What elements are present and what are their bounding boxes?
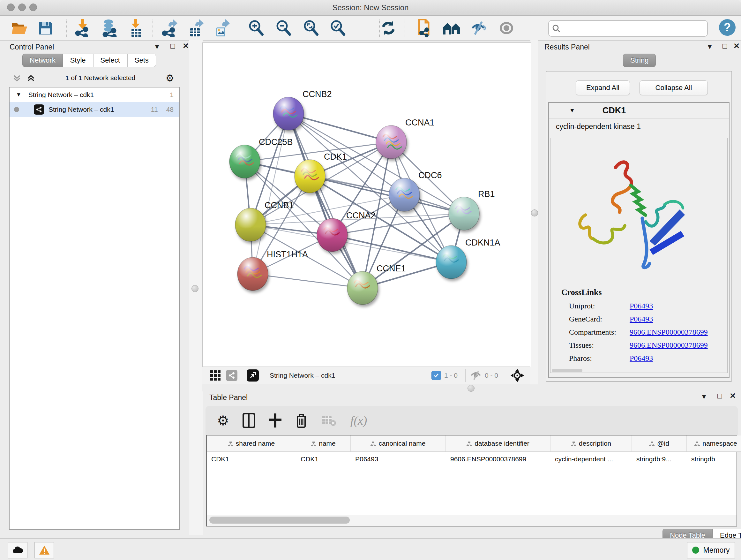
selected-checkbox-icon[interactable] bbox=[431, 371, 441, 380]
crosslink-row: Pharos:P06493 bbox=[569, 354, 727, 363]
grid-view-icon[interactable] bbox=[210, 370, 221, 381]
column-header-database-identifier[interactable]: database identifier bbox=[446, 435, 550, 452]
network-options-gear-icon[interactable]: ⚙ bbox=[165, 72, 174, 84]
tab-string[interactable]: String bbox=[623, 54, 656, 67]
import-network-from-database-icon[interactable] bbox=[99, 18, 119, 38]
crosslink-link[interactable]: P06493 bbox=[630, 302, 653, 310]
tab-sets[interactable]: Sets bbox=[127, 54, 156, 67]
export-table-icon[interactable] bbox=[186, 18, 206, 38]
import-table-icon[interactable] bbox=[126, 18, 146, 38]
table-cell[interactable]: stringdb bbox=[687, 452, 741, 466]
import-network-icon[interactable] bbox=[73, 18, 92, 38]
zoom-out-icon[interactable] bbox=[274, 18, 293, 38]
cloud-status-button[interactable] bbox=[8, 542, 27, 558]
network-node-CCNE1[interactable]: CCNE1 bbox=[347, 264, 406, 305]
network-edge[interactable] bbox=[253, 274, 362, 288]
search-input[interactable] bbox=[563, 22, 707, 35]
network-canvas[interactable]: CCNB2CCNA1CDC25BCDK1CDC6RB1CCNB1CCNA2CDK… bbox=[203, 43, 531, 367]
column-header-description[interactable]: description bbox=[550, 435, 632, 452]
table-body[interactable]: CDK1CDK1P064939606.ENSP00000378699cyclin… bbox=[207, 452, 741, 466]
table-scrollbar-thumb[interactable] bbox=[209, 516, 350, 523]
new-network-from-file-icon[interactable] bbox=[414, 18, 433, 38]
network-icon-toggle[interactable] bbox=[226, 370, 238, 381]
crosslink-link[interactable]: P06493 bbox=[630, 354, 653, 363]
control-panel-menu-icon[interactable]: ▾ bbox=[155, 42, 159, 51]
table-horizontal-scrollbar[interactable] bbox=[206, 515, 737, 526]
table-toolbar: ⚙ f(x) bbox=[205, 406, 738, 435]
warning-status-button[interactable] bbox=[35, 542, 54, 558]
column-header-@id[interactable]: @id bbox=[632, 435, 687, 452]
results-panel-close-icon[interactable]: ✕ bbox=[733, 42, 740, 51]
network-node-CCNB2[interactable]: CCNB2 bbox=[273, 89, 332, 130]
crosslink-link[interactable]: P06493 bbox=[630, 315, 653, 323]
table-cell[interactable]: P06493 bbox=[351, 452, 446, 466]
collapse-all-button[interactable]: Collapse All bbox=[639, 80, 708, 95]
results-panel-menu-icon[interactable]: ▾ bbox=[708, 42, 712, 51]
collection-collapse-icon[interactable]: ▼ bbox=[16, 91, 21, 98]
tab-style[interactable]: Style bbox=[63, 54, 93, 67]
column-header-name[interactable]: name bbox=[296, 435, 351, 452]
network-collection-row[interactable]: ▼ String Network – cdk1 1 bbox=[10, 87, 179, 102]
help-icon[interactable]: ? bbox=[718, 17, 737, 37]
table-cell[interactable]: cyclin-dependent ... bbox=[550, 452, 632, 466]
network-node-CDC6[interactable]: CDC6 bbox=[389, 171, 442, 211]
tab-network[interactable]: Network bbox=[22, 54, 63, 67]
memory-button[interactable]: Memory bbox=[687, 542, 735, 558]
birds-eye-view-icon[interactable] bbox=[247, 369, 259, 381]
expand-all-networks-icon[interactable] bbox=[13, 74, 21, 82]
right-splitter-handle[interactable] bbox=[531, 209, 538, 216]
delete-column-icon[interactable] bbox=[295, 413, 308, 428]
save-session-icon[interactable] bbox=[36, 18, 56, 38]
export-network-icon[interactable] bbox=[159, 18, 179, 38]
control-panel-float-icon[interactable]: □ bbox=[171, 42, 175, 51]
string-network-icon bbox=[34, 105, 44, 115]
crosslink-link[interactable]: 9606.ENSP00000378699 bbox=[630, 341, 708, 350]
network-node-RB1[interactable]: RB1 bbox=[449, 189, 495, 230]
memory-status-dot bbox=[692, 547, 699, 554]
open-session-icon[interactable] bbox=[10, 18, 29, 38]
table-panel-close-icon[interactable]: ✕ bbox=[730, 391, 736, 400]
table-cell[interactable]: stringdb:9... bbox=[632, 452, 687, 466]
control-panel-close-icon[interactable]: ✕ bbox=[183, 42, 189, 51]
search-field[interactable] bbox=[548, 20, 708, 37]
left-splitter-handle[interactable] bbox=[192, 285, 199, 292]
gene-card-collapse-icon[interactable]: ▼ bbox=[569, 107, 575, 114]
table-cell[interactable]: 9606.ENSP00000378699 bbox=[446, 452, 550, 466]
hidden-node-edge-count: 0 - 0 bbox=[485, 372, 498, 379]
home-icon[interactable] bbox=[442, 18, 461, 38]
network-node-CDKN1A[interactable]: CDKN1A bbox=[436, 238, 500, 279]
table-cell[interactable]: CDK1 bbox=[207, 452, 296, 466]
column-header-namespace[interactable]: namespace bbox=[687, 435, 741, 452]
network-node-HIST1H1A[interactable]: HIST1H1A bbox=[238, 250, 308, 291]
table-cell[interactable]: CDK1 bbox=[296, 452, 351, 466]
export-image-icon[interactable] bbox=[212, 18, 232, 38]
refresh-icon[interactable] bbox=[379, 18, 398, 38]
create-column-icon[interactable] bbox=[268, 413, 282, 428]
expand-all-button[interactable]: Expand All bbox=[576, 80, 630, 95]
zoom-in-icon[interactable] bbox=[246, 18, 266, 38]
network-node-label: HIST1H1A bbox=[267, 250, 308, 259]
table-row[interactable]: CDK1CDK1P064939606.ENSP00000378699cyclin… bbox=[207, 452, 741, 466]
column-header-shared-name[interactable]: shared name bbox=[207, 435, 296, 452]
table-header-row[interactable]: shared namenamecanonical namedatabase id… bbox=[207, 435, 741, 452]
collapse-all-networks-icon[interactable] bbox=[27, 74, 35, 82]
show-columns-icon[interactable] bbox=[243, 413, 255, 428]
network-node-CDC25B[interactable]: CDC25B bbox=[229, 137, 293, 178]
crosslink-link[interactable]: 9606.ENSP00000378699 bbox=[630, 328, 708, 336]
network-row[interactable]: String Network – cdk1 11 48 bbox=[10, 102, 179, 117]
zoom-fit-icon[interactable] bbox=[301, 18, 321, 38]
zoom-selected-icon[interactable] bbox=[328, 18, 348, 38]
gene-card-scrollbar[interactable] bbox=[552, 369, 583, 372]
show-panel-icon[interactable] bbox=[496, 18, 516, 38]
results-panel-float-icon[interactable]: □ bbox=[723, 42, 727, 51]
fit-content-crosshair-icon[interactable] bbox=[511, 369, 524, 382]
table-options-gear-icon[interactable]: ⚙ bbox=[217, 413, 229, 428]
network-node-CCNB1[interactable]: CCNB1 bbox=[235, 200, 294, 241]
table-panel-float-icon[interactable]: □ bbox=[718, 391, 722, 400]
network-node-CCNA1[interactable]: CCNA1 bbox=[376, 118, 434, 159]
column-header-canonical-name[interactable]: canonical name bbox=[351, 435, 446, 452]
network-edge[interactable] bbox=[310, 176, 464, 213]
table-panel-menu-icon[interactable]: ▾ bbox=[702, 392, 706, 401]
hide-panel-icon[interactable] bbox=[469, 18, 489, 38]
tab-select[interactable]: Select bbox=[93, 54, 127, 67]
